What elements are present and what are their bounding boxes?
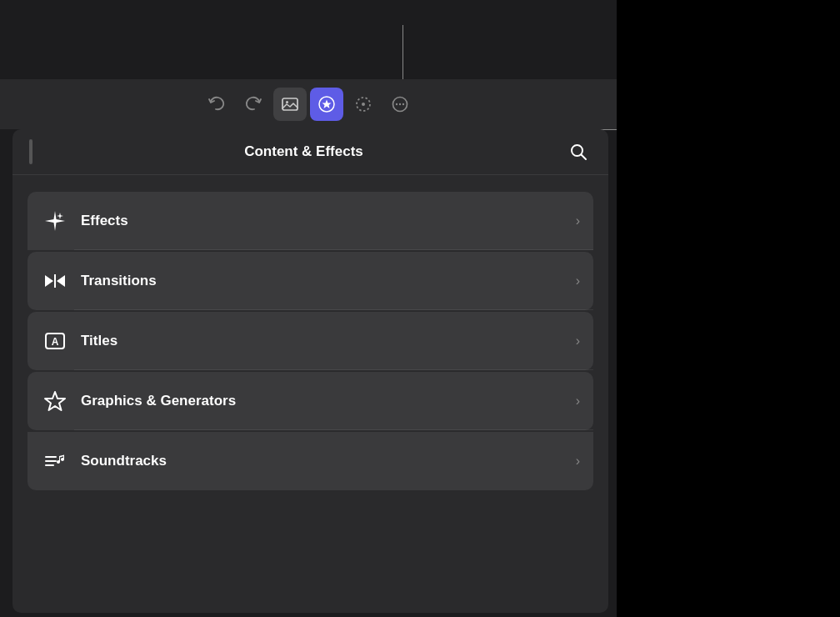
more-button[interactable] bbox=[383, 88, 417, 121]
undo-button[interactable] bbox=[200, 88, 233, 121]
transitions-label: Transitions bbox=[81, 273, 576, 289]
menu-list: Effects › Transitions › A bbox=[12, 175, 608, 507]
titles-item[interactable]: A Titles › bbox=[28, 312, 593, 370]
graphics-generators-icon bbox=[41, 387, 69, 415]
search-button[interactable] bbox=[565, 138, 592, 165]
redo-button[interactable] bbox=[237, 88, 270, 121]
effects-label: Effects bbox=[81, 213, 576, 229]
svg-line-11 bbox=[582, 155, 587, 160]
svg-point-7 bbox=[396, 103, 398, 105]
soundtracks-label: Soundtracks bbox=[81, 453, 576, 469]
transitions-icon bbox=[41, 267, 69, 295]
soundtracks-chevron: › bbox=[576, 454, 580, 469]
titles-icon: A bbox=[41, 327, 69, 355]
panel-header: Content & Effects bbox=[12, 129, 608, 175]
effects-icon bbox=[41, 207, 69, 235]
svg-point-8 bbox=[399, 103, 401, 105]
svg-marker-17 bbox=[45, 392, 65, 410]
selection-button[interactable] bbox=[347, 88, 380, 121]
soundtracks-item[interactable]: Soundtracks › bbox=[28, 432, 593, 490]
titles-label: Titles bbox=[81, 333, 576, 349]
effects-item[interactable]: Effects › bbox=[28, 192, 593, 250]
svg-point-1 bbox=[286, 101, 288, 103]
playhead-line bbox=[402, 25, 403, 83]
titles-chevron: › bbox=[576, 334, 580, 349]
transitions-item[interactable]: Transitions › bbox=[28, 252, 593, 310]
content-effects-panel: Content & Effects Effects › bbox=[12, 129, 608, 613]
toolbar bbox=[0, 79, 617, 129]
svg-marker-14 bbox=[57, 275, 65, 287]
soundtracks-icon bbox=[41, 447, 69, 475]
panel-title: Content & Effects bbox=[42, 143, 565, 160]
background-right bbox=[617, 0, 840, 617]
svg-point-9 bbox=[402, 103, 404, 105]
content-effects-button[interactable] bbox=[310, 88, 343, 121]
graphics-generators-item[interactable]: Graphics & Generators › bbox=[28, 372, 593, 430]
svg-text:A: A bbox=[52, 336, 59, 348]
svg-rect-0 bbox=[282, 98, 298, 110]
drag-handle bbox=[29, 139, 32, 164]
graphics-generators-label: Graphics & Generators bbox=[81, 393, 576, 409]
svg-point-5 bbox=[362, 103, 365, 106]
media-button[interactable] bbox=[273, 88, 307, 121]
svg-marker-3 bbox=[322, 100, 332, 109]
graphics-generators-chevron: › bbox=[576, 394, 580, 409]
effects-chevron: › bbox=[576, 213, 580, 228]
svg-marker-12 bbox=[45, 275, 53, 287]
transitions-chevron: › bbox=[576, 273, 580, 288]
